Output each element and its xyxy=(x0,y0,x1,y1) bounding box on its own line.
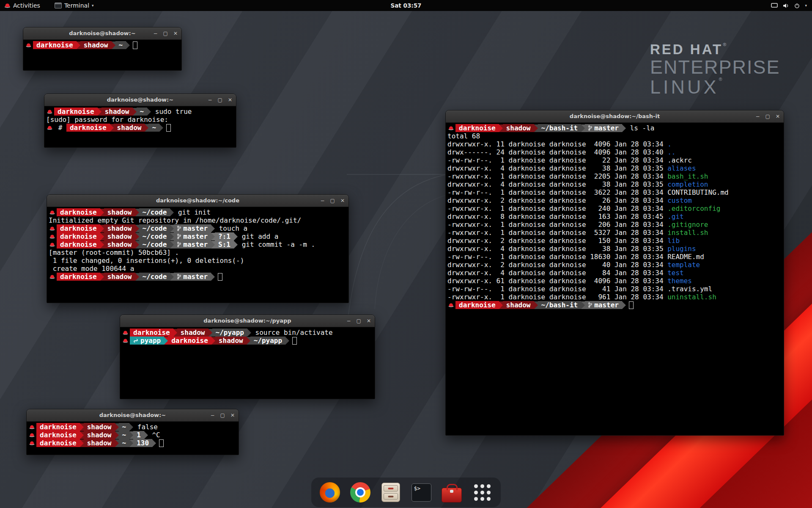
window-title: darknoise@shadow:~/bash-it xyxy=(446,110,784,122)
maximize-button[interactable]: ▢ xyxy=(765,114,770,119)
app-menu-terminal[interactable]: Terminal ▾ xyxy=(50,0,98,11)
terminal-line: -rwxrwxr-x. 1 darknoise darknoise 2205 J… xyxy=(447,172,782,180)
terminal-line: -rwxrwxr-x. 1 darknoise darknoise 961 Ja… xyxy=(447,293,782,301)
powerline-separator xyxy=(164,337,168,345)
terminal-text: drwxrwxr-x. 2 darknoise darknoise 150 Ja… xyxy=(447,237,667,245)
window-titlebar[interactable]: darknoise@shadow:~/pyapp − ▢ ✕ xyxy=(120,315,375,327)
prompt-segment: ~/code xyxy=(139,208,170,216)
minimize-button[interactable]: − xyxy=(321,198,325,203)
terminal-text: -rwxrwxr-x. 1 darknoise darknoise 961 Ja… xyxy=(447,293,667,301)
minimize-button[interactable]: − xyxy=(154,31,158,36)
terminal-cursor xyxy=(292,337,297,345)
powerline-separator xyxy=(170,225,174,232)
system-status-area[interactable]: ▾ xyxy=(766,0,812,11)
terminal-text: README.md xyxy=(667,253,704,261)
terminal-content[interactable]: darknoiseshadow~/pyapp source bin/activa… xyxy=(120,327,375,399)
terminal-text: create mode 100644 a xyxy=(49,265,134,273)
terminal-line: drwxrwxr-x. 8 darknoise darknoise 163 Ja… xyxy=(447,213,782,221)
dock-files-button[interactable] xyxy=(380,481,402,503)
terminal-window-home-1[interactable]: darknoise@shadow:~ − ▢ ✕ darknoiseshadow… xyxy=(23,27,182,71)
terminal-text: uninstall.sh xyxy=(667,293,716,301)
terminal-text: git commit -a -m . xyxy=(238,240,315,248)
powerline-separator xyxy=(100,241,104,248)
prompt-segment: darknoise xyxy=(130,329,173,337)
dock-firefox-button[interactable] xyxy=(319,481,341,503)
close-button[interactable]: ✕ xyxy=(173,31,178,36)
terminal-content[interactable]: darknoiseshadow~ sudo true[sudo] passwor… xyxy=(44,106,236,147)
minimize-button[interactable]: − xyxy=(347,318,351,323)
powerline-separator xyxy=(126,41,130,49)
window-titlebar[interactable]: darknoise@shadow:~ − ▢ ✕ xyxy=(44,94,236,106)
terminal-mini-icon xyxy=(55,3,62,8)
terminal-text: -rw-rw-r--. 1 darknoise darknoise 3622 J… xyxy=(447,188,667,196)
terminal-content[interactable]: darknoiseshadow~/bash-itmaster ls -latot… xyxy=(446,123,784,435)
window-titlebar[interactable]: darknoise@shadow:~/bash-it − ▢ ✕ xyxy=(446,110,784,123)
maximize-button[interactable]: ▢ xyxy=(163,31,168,36)
prompt-segment: shadow xyxy=(84,439,115,447)
maximize-button[interactable]: ▢ xyxy=(357,318,361,323)
git-branch-icon xyxy=(177,226,181,231)
dock-chrome-button[interactable] xyxy=(349,481,371,503)
terminal-line: drwxrwxr-x. 11 darknoise darknoise 4096 … xyxy=(447,140,782,148)
chevron-down-icon: ▾ xyxy=(92,3,94,8)
activities-button[interactable]: Activities xyxy=(0,0,44,11)
terminal-content[interactable]: darknoiseshadow~ falsedarknoiseshadow~1 … xyxy=(27,422,239,455)
terminal-window-bash-it[interactable]: darknoise@shadow:~/bash-it − ▢ ✕ darknoi… xyxy=(445,110,784,436)
powerline-separator xyxy=(208,329,212,337)
maximize-button[interactable]: ▢ xyxy=(330,198,335,203)
powerline-separator xyxy=(622,124,626,132)
dock-show-applications-button[interactable] xyxy=(471,481,493,503)
close-button[interactable]: ✕ xyxy=(340,198,345,203)
prompt-segment: ~/code xyxy=(139,240,170,248)
powerline-separator xyxy=(170,233,174,240)
prompt-segment: 130 xyxy=(133,439,152,447)
redhat-prompt-icon xyxy=(49,274,55,279)
terminal-window-code[interactable]: darknoise@shadow:~/code − ▢ ✕ darknoises… xyxy=(47,194,349,303)
clock[interactable]: Sat 03:57 xyxy=(0,2,812,9)
maximize-button[interactable]: ▢ xyxy=(220,413,225,418)
chevron-down-icon: ▾ xyxy=(805,3,807,8)
prompt-segment: ~/pyapp xyxy=(250,337,285,345)
terminal-text: .. xyxy=(667,148,675,156)
close-button[interactable]: ✕ xyxy=(367,318,371,323)
window-titlebar[interactable]: darknoise@shadow:~/code − ▢ ✕ xyxy=(47,195,348,207)
terminal-text: touch a xyxy=(215,224,247,232)
terminal-content[interactable]: darknoiseshadow~/code git initInitialize… xyxy=(47,207,348,303)
powerline-separator xyxy=(211,233,215,240)
powerline-separator xyxy=(170,273,174,281)
terminal-text: drwxrwxr-x. 8 darknoise darknoise 163 Ja… xyxy=(447,213,667,221)
minimize-button[interactable]: − xyxy=(208,97,212,102)
powerline-separator xyxy=(129,439,133,447)
terminal-content[interactable]: darknoiseshadow~ xyxy=(23,40,181,70)
redhat-prompt-icon xyxy=(49,234,55,239)
maximize-button[interactable]: ▢ xyxy=(218,97,222,102)
close-button[interactable]: ✕ xyxy=(228,97,232,102)
terminal-line: darknoiseshadow~/pyapp source bin/activa… xyxy=(122,329,373,337)
minimize-button[interactable]: − xyxy=(211,413,215,418)
terminal-window-pyapp[interactable]: darknoise@shadow:~/pyapp − ▢ ✕ darknoise… xyxy=(120,315,375,399)
terminal-text: false xyxy=(133,423,158,431)
registered-mark: ® xyxy=(723,42,728,47)
terminal-window-sudo[interactable]: darknoise@shadow:~ − ▢ ✕ darknoiseshadow… xyxy=(44,94,236,148)
minimize-button[interactable]: − xyxy=(756,114,760,119)
prompt-segment: 1 xyxy=(133,431,144,439)
dock-toolbox-button[interactable] xyxy=(441,481,463,503)
window-titlebar[interactable]: darknoise@shadow:~ − ▢ ✕ xyxy=(27,409,239,422)
terminal-line: drwxrwxr-x. 2 darknoise darknoise 26 Jan… xyxy=(447,196,782,204)
powerline-separator xyxy=(145,124,148,132)
terminal-text: plugins xyxy=(667,245,696,253)
close-button[interactable]: ✕ xyxy=(776,114,780,119)
dock: $> xyxy=(311,478,501,507)
dock-terminal-button[interactable]: $> xyxy=(410,481,432,503)
powerline-separator xyxy=(534,301,538,309)
firefox-icon xyxy=(320,482,340,502)
terminal-window-exit-codes[interactable]: darknoise@shadow:~ − ▢ ✕ darknoiseshadow… xyxy=(26,409,239,455)
redhat-prompt-icon xyxy=(448,126,454,130)
powerline-separator xyxy=(581,301,585,309)
window-titlebar[interactable]: darknoise@shadow:~ − ▢ ✕ xyxy=(23,28,181,40)
terminal-line: drwxrwxr-x. 2 darknoise darknoise 40 Jan… xyxy=(447,261,782,269)
terminal-line: drwxrwxr-x. 61 darknoise darknoise 4096 … xyxy=(447,277,782,285)
terminal-text: install.sh xyxy=(667,229,708,237)
close-button[interactable]: ✕ xyxy=(230,413,235,418)
terminal-text: .gitignore xyxy=(667,221,708,229)
